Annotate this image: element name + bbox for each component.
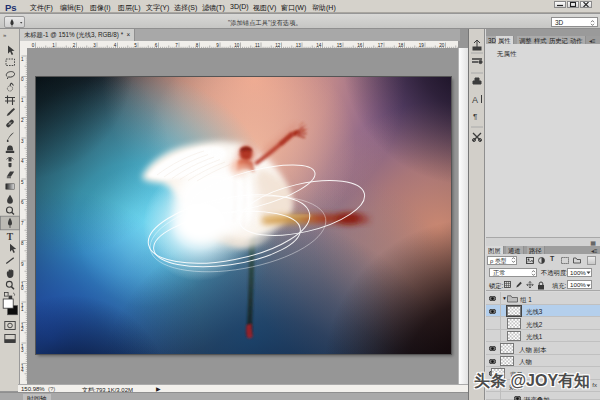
svg-text:4: 4	[21, 368, 24, 373]
svg-text:6: 6	[155, 43, 158, 48]
svg-text:18: 18	[398, 43, 404, 48]
svg-text:1: 1	[21, 57, 24, 62]
svg-text:1: 1	[21, 98, 24, 103]
svg-text:¶: ¶	[473, 112, 477, 121]
svg-text:13: 13	[296, 43, 302, 48]
svg-text:A: A	[472, 95, 478, 105]
svg-text:4: 4	[114, 43, 117, 48]
svg-text:2: 2	[21, 327, 24, 332]
svg-text:9: 9	[21, 262, 24, 267]
svg-text:12: 12	[275, 43, 281, 48]
svg-text:1: 1	[21, 307, 24, 312]
svg-text:1: 1	[52, 43, 55, 48]
svg-text:8: 8	[196, 43, 199, 48]
svg-text:4: 4	[21, 159, 24, 164]
svg-text:8: 8	[21, 241, 24, 246]
svg-text:3: 3	[21, 348, 24, 353]
svg-text:9: 9	[216, 43, 219, 48]
svg-text:0: 0	[21, 77, 24, 82]
svg-text:0: 0	[32, 43, 35, 48]
svg-text:15: 15	[337, 43, 343, 48]
svg-text:17: 17	[378, 43, 384, 48]
svg-text:6: 6	[21, 200, 24, 205]
svg-text:2: 2	[73, 43, 76, 48]
svg-text:20: 20	[439, 43, 445, 48]
svg-text:5: 5	[21, 180, 24, 185]
svg-text:5: 5	[134, 43, 137, 48]
svg-text:16: 16	[357, 43, 363, 48]
svg-text:2: 2	[21, 118, 24, 123]
svg-text:11: 11	[255, 43, 260, 48]
svg-text:3: 3	[93, 43, 96, 48]
svg-text:0: 0	[21, 286, 24, 291]
svg-text:19: 19	[419, 43, 425, 48]
svg-text:»: »	[3, 32, 7, 38]
svg-text:10: 10	[234, 43, 240, 48]
svg-text:T: T	[7, 232, 14, 242]
svg-text:3: 3	[21, 139, 24, 144]
svg-text:14: 14	[316, 43, 322, 48]
svg-text:7: 7	[175, 43, 178, 48]
svg-text:7: 7	[21, 221, 24, 226]
